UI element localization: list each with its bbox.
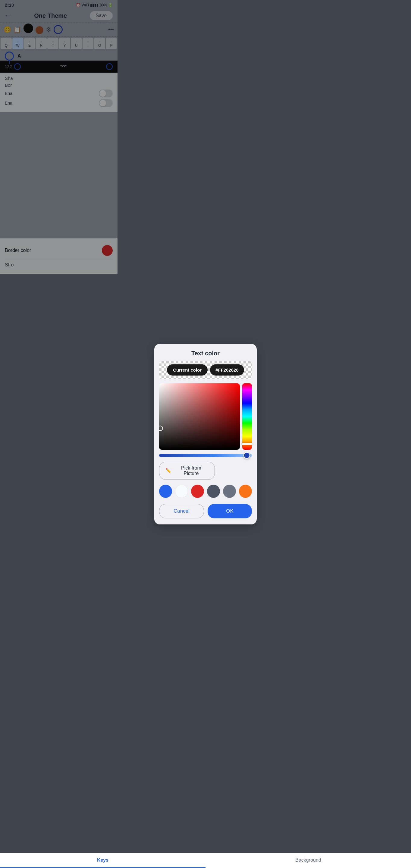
dialog-backdrop: Text color Current color #FF262626 [0, 0, 118, 274]
page: 2:13 ⏰ WiFi ▮▮▮▮ 80% 🔋 ← One Theme Save … [0, 0, 118, 274]
